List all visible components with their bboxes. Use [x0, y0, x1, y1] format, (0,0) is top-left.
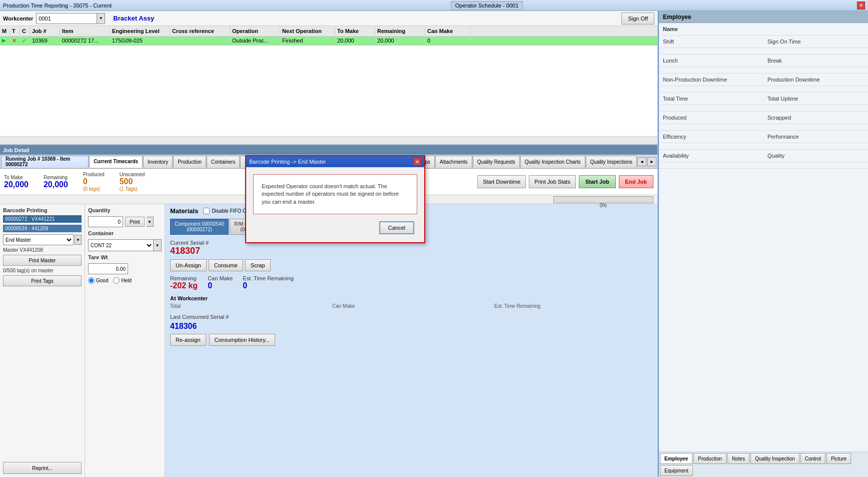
- emp-availability-row: Availability Quality: [659, 150, 868, 162]
- start-downtime-button[interactable]: Start Downtime: [477, 175, 526, 188]
- end-job-button[interactable]: End Job: [619, 175, 653, 188]
- tab-quality-requests[interactable]: Quality Requests: [473, 156, 520, 168]
- barcode-dropdown-select[interactable]: End Master: [4, 235, 73, 245]
- barcode-dropdown[interactable]: End Master: [3, 234, 74, 245]
- tab-attachments[interactable]: Attachments: [435, 156, 472, 168]
- emp-np-downtime-row: Non-Production Downtime Production Downt…: [659, 74, 868, 86]
- materials-section: Materials Disable FIFO Consumption Compo…: [165, 204, 657, 477]
- quantity-dropdown-arrow[interactable]: ▼: [147, 217, 154, 227]
- emp-name-label: Name: [659, 23, 763, 35]
- emp-tab-picture[interactable]: Picture: [826, 453, 851, 464]
- stats-buttons: Start Downtime Print Job Stats Start Job…: [477, 175, 653, 188]
- emp-shift-label: Shift: [659, 36, 763, 48]
- emp-tab-production[interactable]: Production: [693, 453, 726, 464]
- scroll-area[interactable]: [0, 137, 657, 145]
- good-radio-label[interactable]: Good: [88, 277, 108, 284]
- est-time-label: Est. Time Remaining: [243, 275, 293, 281]
- emp-name-value: [763, 23, 868, 35]
- emp-performance-label: Performance: [763, 131, 868, 143]
- comp-tab-1[interactable]: Component 00000540(00000272): [170, 219, 229, 235]
- tab-inventory[interactable]: Inventory: [143, 156, 173, 168]
- emp-quality-label: Quality: [763, 150, 868, 162]
- emp-shift-row: Shift Sign On Time: [659, 36, 868, 48]
- est-time-value: 0: [243, 281, 293, 290]
- remaining-detail-value: -202 kg: [170, 281, 198, 290]
- workcenter-bar: Workcenter ▼ Bracket Assy Sign Off: [0, 11, 657, 26]
- quantity-print-button[interactable]: Print: [125, 217, 145, 227]
- tabs-right-arrow[interactable]: ►: [647, 157, 656, 166]
- held-radio-label[interactable]: Held: [113, 277, 132, 284]
- consume-button[interactable]: Consume: [209, 259, 243, 271]
- fifo-checkbox[interactable]: [203, 208, 210, 214]
- bracket-assy-label: Bracket Assy: [113, 15, 154, 22]
- cell-eng: 175G09-025: [110, 37, 170, 45]
- emp-total-value-row: [659, 105, 868, 112]
- container-select[interactable]: CONT 22: [89, 240, 153, 251]
- sign-off-button[interactable]: Sign Off: [621, 13, 654, 25]
- table-row[interactable]: ▶ ✕ ✓ 10369 00000272 17... 175G09-025 Ou…: [0, 37, 657, 46]
- tab-current-timecards[interactable]: Current Timecards: [89, 156, 143, 168]
- emp-tab-notes[interactable]: Notes: [727, 453, 749, 464]
- table-header: M T C Job # Item Engineering Level Cross…: [0, 26, 657, 37]
- workcenter-section: At Workcenter Total Can Make Est. Time R…: [170, 295, 652, 309]
- stat-to-make: To Make 20,000: [4, 175, 29, 189]
- emp-lunch-value-row: [659, 67, 868, 74]
- dialog-cancel-button[interactable]: Cancel: [379, 221, 414, 234]
- container-label: Container: [88, 230, 162, 236]
- remaining-row: Remaining -202 kg Can Make 0 Est. Time R…: [170, 275, 652, 290]
- reassign-button[interactable]: Re-assign: [170, 334, 206, 346]
- held-radio[interactable]: [113, 277, 120, 284]
- cell-t: ✕: [10, 37, 20, 45]
- emp-lunch-label: Lunch: [659, 55, 763, 67]
- scrap-button[interactable]: Scrap: [245, 259, 271, 271]
- col-eng: Engineering Level: [110, 27, 170, 35]
- workcenter-input[interactable]: [37, 14, 97, 24]
- wc-labels-row: Total Can Make Est. Time Remaining: [170, 303, 652, 309]
- consumption-history-button[interactable]: Consumption History...: [209, 334, 275, 346]
- start-job-button[interactable]: Start Job: [579, 175, 616, 188]
- barcode-dropdown-arrow[interactable]: ▼: [75, 235, 82, 245]
- cell-remaining: 20,000: [375, 37, 425, 45]
- tare-input[interactable]: [88, 263, 128, 274]
- tags-count: 0/500 tag(s) on master: [3, 268, 82, 273]
- print-master-button[interactable]: Print Master: [3, 255, 82, 266]
- quantity-input[interactable]: [88, 216, 123, 227]
- dialog-close-button[interactable]: ✕: [413, 158, 421, 166]
- materials-title: Materials: [170, 207, 198, 215]
- qty-row: Print ▼: [88, 216, 162, 227]
- cell-to-make: 20,000: [335, 37, 375, 45]
- tab-quality-inspection-charts[interactable]: Quality Inspection Charts: [520, 156, 585, 168]
- unassign-button[interactable]: Un-Assign: [170, 259, 207, 271]
- material-details: Current Serial # 418307 Un-Assign Consum…: [170, 240, 652, 346]
- emp-tab-quality-inspection[interactable]: Quality Inspection: [750, 453, 799, 464]
- emp-performance-value: [763, 143, 868, 149]
- print-tags-button[interactable]: Print Tags: [3, 275, 82, 286]
- good-radio[interactable]: [88, 277, 95, 284]
- container-dropdown-arrow[interactable]: ▼: [153, 240, 161, 251]
- dialog: Barcode Printing -> End Master ✕ Expecte…: [245, 155, 425, 243]
- close-button[interactable]: ✕: [857, 2, 865, 10]
- print-job-stats-button[interactable]: Print Job Stats: [529, 175, 576, 188]
- dialog-titlebar: Barcode Printing -> End Master ✕: [246, 156, 424, 167]
- emp-tab-control[interactable]: Control: [800, 453, 825, 464]
- barcode-item2[interactable]: 00000539 : 441209: [3, 225, 82, 232]
- emp-produced-value: [659, 124, 763, 130]
- emp-name-row: Name: [659, 23, 868, 36]
- emp-produced-label: Produced: [659, 112, 763, 124]
- dialog-content: Expected Operator count doesn't match ac…: [253, 174, 417, 214]
- emp-tab-equipment[interactable]: Equipment: [660, 465, 693, 476]
- emp-total-uptime-value: [763, 105, 868, 111]
- tab-quality-inspections[interactable]: Quality Inspections: [586, 156, 637, 168]
- tab-production[interactable]: Production: [173, 156, 206, 168]
- emp-tab-employee[interactable]: Employee: [660, 453, 692, 464]
- barcode-section: Barcode Printing 00000272 : VX441221 000…: [0, 204, 85, 477]
- tab-containers[interactable]: Containers: [207, 156, 240, 168]
- workcenter-dropdown-btn[interactable]: ▼: [97, 14, 105, 24]
- tab-running-job[interactable]: Running Job # 10369 - Item 00000272: [1, 156, 89, 168]
- reprint-button[interactable]: Reprint...: [3, 462, 82, 474]
- tabs-left-arrow[interactable]: ◄: [637, 157, 646, 166]
- title-bar-text: Production Time Reporting - 35075 - Curr…: [3, 3, 112, 9]
- cell-operation: Outside Proc...: [230, 37, 280, 45]
- emp-lunch-value: [659, 67, 763, 73]
- barcode-item1[interactable]: 00000272 : VX441221: [3, 215, 82, 223]
